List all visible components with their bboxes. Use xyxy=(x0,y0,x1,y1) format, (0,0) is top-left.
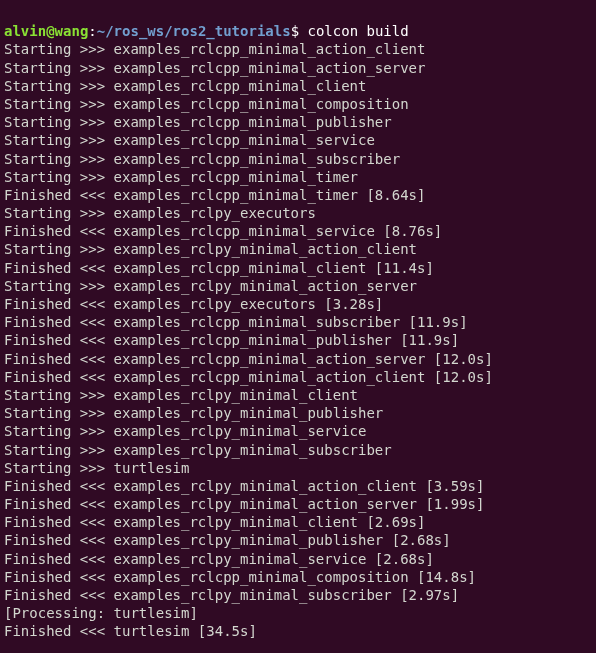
output-line: Starting >>> examples_rclpy_minimal_acti… xyxy=(4,278,417,294)
output-line: Starting >>> examples_rclpy_minimal_clie… xyxy=(4,387,358,403)
output-line: Finished <<< examples_rclcpp_minimal_ser… xyxy=(4,223,442,239)
output-line: Starting >>> examples_rclpy_minimal_serv… xyxy=(4,423,366,439)
prompt-host: wang xyxy=(55,23,89,39)
prompt-path: ~/ros_ws/ros2_tutorials xyxy=(97,23,291,39)
prompt-colon: : xyxy=(88,23,96,39)
output-line: Finished <<< examples_rclcpp_minimal_tim… xyxy=(4,187,425,203)
output-line: Starting >>> examples_rclcpp_minimal_pub… xyxy=(4,114,392,130)
terminal-output[interactable]: alvin@wang:~/ros_ws/ros2_tutorials$ colc… xyxy=(4,4,592,653)
output-line: Starting >>> examples_rclcpp_minimal_sub… xyxy=(4,151,400,167)
output-line: Finished <<< examples_rclpy_minimal_acti… xyxy=(4,496,484,512)
output-line: [Processing: turtlesim] xyxy=(4,605,198,621)
output-line: Starting >>> examples_rclpy_minimal_acti… xyxy=(4,241,417,257)
output-line: Finished <<< examples_rclcpp_minimal_sub… xyxy=(4,314,468,330)
output-line: Finished <<< examples_rclpy_minimal_publ… xyxy=(4,532,451,548)
output-line: Starting >>> examples_rclcpp_minimal_tim… xyxy=(4,169,358,185)
prompt-command: colcon build xyxy=(307,23,408,39)
output-line: Finished <<< examples_rclpy_minimal_subs… xyxy=(4,587,459,603)
output-line: Starting >>> turtlesim xyxy=(4,460,189,476)
output-line: Finished <<< examples_rclcpp_minimal_act… xyxy=(4,369,493,385)
output-line: Starting >>> examples_rclpy_minimal_publ… xyxy=(4,405,383,421)
output-line: Finished <<< examples_rclcpp_minimal_pub… xyxy=(4,332,459,348)
prompt-at: @ xyxy=(46,23,54,39)
output-line: Finished <<< examples_rclpy_minimal_clie… xyxy=(4,514,425,530)
output-line: Starting >>> examples_rclpy_minimal_subs… xyxy=(4,442,392,458)
output-line: Finished <<< examples_rclcpp_minimal_act… xyxy=(4,351,493,367)
output-line: Finished <<< examples_rclpy_minimal_acti… xyxy=(4,478,484,494)
output-line: Finished <<< examples_rclcpp_minimal_com… xyxy=(4,569,476,585)
output-line: Finished <<< turtlesim [34.5s] xyxy=(4,623,257,639)
output-line: Starting >>> examples_rclcpp_minimal_ser… xyxy=(4,132,375,148)
prompt-line: alvin@wang:~/ros_ws/ros2_tutorials$ colc… xyxy=(4,22,592,40)
output-line: Starting >>> examples_rclcpp_minimal_act… xyxy=(4,60,425,76)
output-line: Starting >>> examples_rclcpp_minimal_cli… xyxy=(4,78,366,94)
prompt-dollar: $ xyxy=(291,23,308,39)
output-line: Finished <<< examples_rclpy_minimal_serv… xyxy=(4,551,434,567)
output-line: Starting >>> examples_rclcpp_minimal_act… xyxy=(4,41,425,57)
output-line: Starting >>> examples_rclcpp_minimal_com… xyxy=(4,96,409,112)
output-line: Starting >>> examples_rclpy_executors xyxy=(4,205,316,221)
prompt-user: alvin xyxy=(4,23,46,39)
output-line: Finished <<< examples_rclpy_executors [3… xyxy=(4,296,383,312)
output-line: Finished <<< examples_rclcpp_minimal_cli… xyxy=(4,260,434,276)
